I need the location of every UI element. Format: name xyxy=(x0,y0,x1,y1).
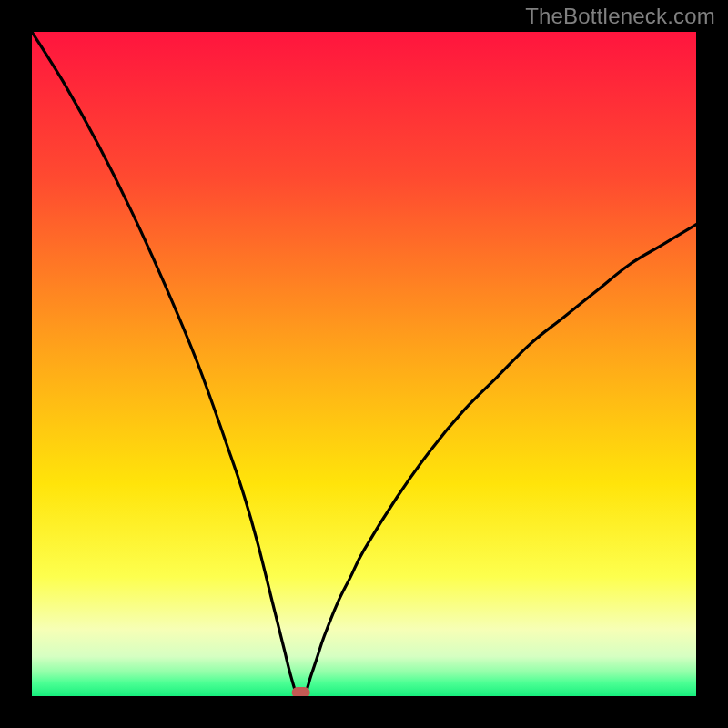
plot-area xyxy=(32,32,696,696)
chart-frame: TheBottleneck.com xyxy=(0,0,728,728)
gradient-background xyxy=(32,32,696,696)
watermark-label: TheBottleneck.com xyxy=(525,4,715,29)
optimum-marker xyxy=(292,687,310,696)
bottleneck-chart-svg xyxy=(32,32,696,696)
